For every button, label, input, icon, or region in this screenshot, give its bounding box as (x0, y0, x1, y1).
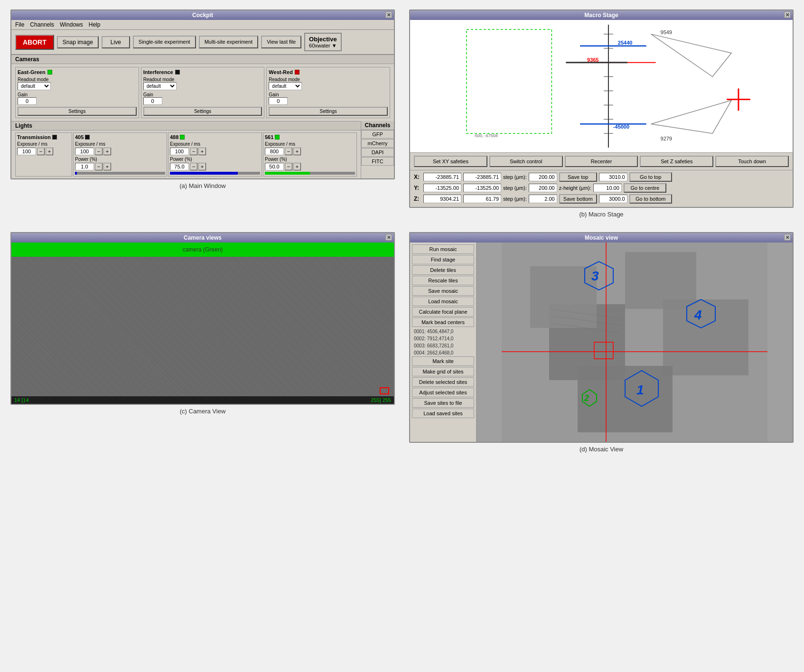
coord-x-step-input[interactable] (529, 173, 557, 181)
light-1-plus-button[interactable]: + (103, 148, 111, 155)
light-1-power-input[interactable] (75, 163, 94, 170)
coord-z-input[interactable] (423, 195, 461, 203)
coord-y-input2[interactable] (463, 184, 501, 192)
menu-windows[interactable]: Windows (60, 21, 83, 28)
light-item-3: 561 Exposure / ms − + Power (%) (263, 132, 357, 177)
light-2-minus-button[interactable]: − (190, 148, 197, 155)
delete-tiles-button[interactable]: Delete tiles (412, 265, 474, 275)
rescale-tiles-button[interactable]: Rescale tiles (412, 276, 474, 285)
cockpit-menu: File Channels Windows Help (11, 20, 394, 30)
recenter-button[interactable]: Recenter (565, 156, 638, 167)
coord-z-input2[interactable] (463, 195, 501, 203)
coord-x-input2[interactable] (463, 173, 501, 181)
camera-0-settings-button[interactable]: Settings (18, 107, 137, 116)
save-top-input[interactable] (599, 173, 627, 181)
multi-site-button[interactable]: Multi-site experiment (199, 36, 258, 48)
delete-selected-sites-button[interactable]: Delete selected sites (412, 377, 474, 387)
light-1-exposure-input[interactable] (75, 148, 94, 155)
menu-channels[interactable]: Channels (30, 21, 54, 28)
channel-mcherry-button[interactable]: mCherry (361, 139, 394, 148)
snap-image-button[interactable]: Snap image (57, 36, 99, 48)
mosaic-view-close-button[interactable]: ✕ (784, 234, 791, 241)
light-item-1: 405 Exposure / ms − + Power (%) (73, 132, 167, 177)
light-2-plus-button[interactable]: + (198, 148, 206, 155)
coord-x-input[interactable] (423, 173, 461, 181)
channel-gfp-button[interactable]: GFP (361, 130, 394, 139)
camera-view-close-button[interactable]: ✕ (385, 234, 392, 241)
coord-z-step-input[interactable] (529, 195, 557, 203)
macro-stage-close-button[interactable]: ✕ (784, 11, 791, 18)
svg-text:25440: 25440 (618, 40, 632, 46)
light-1-power-minus[interactable]: − (95, 163, 103, 170)
light-1-power-bar-container (75, 172, 165, 175)
camera-2-label: West-Red (269, 69, 293, 75)
light-0-minus-button[interactable]: − (37, 148, 45, 155)
adjust-selected-sites-button[interactable]: Adjust selected sites (412, 388, 474, 397)
mark-site-button[interactable]: Mark site (412, 356, 474, 366)
touch-down-button[interactable]: Touch down (715, 156, 789, 167)
menu-help[interactable]: Help (89, 21, 101, 28)
svg-text:3: 3 (591, 269, 599, 283)
view-last-file-button[interactable]: View last file (261, 36, 301, 48)
set-xy-safeties-button[interactable]: Set XY safeties (414, 156, 487, 167)
coord-z-step-label: step (μm): (503, 196, 527, 202)
light-1-power-plus[interactable]: + (103, 163, 111, 170)
load-saved-sites-button[interactable]: Load saved sites (412, 409, 474, 418)
load-mosaic-button[interactable]: Load mosaic (412, 297, 474, 306)
cockpit-close-button[interactable]: ✕ (385, 11, 392, 18)
svg-text:9365: 9365 (587, 57, 598, 63)
calculate-focal-plane-button[interactable]: Calculate focal plane (412, 307, 474, 317)
light-3-exposure-input[interactable] (265, 148, 284, 155)
camera-image-area[interactable]: 14 [14 255] 255 (11, 257, 394, 404)
menu-file[interactable]: File (15, 21, 24, 28)
camera-1-gain-label: Gain (143, 92, 262, 97)
light-3-power-input[interactable] (265, 163, 284, 170)
z-height-input[interactable] (593, 184, 622, 192)
save-bottom-button[interactable]: Save bottom (559, 194, 597, 204)
save-sites-button[interactable]: Save sites to file (412, 398, 474, 408)
svg-marker-15 (651, 34, 731, 77)
save-bottom-input[interactable] (599, 195, 627, 203)
light-0-exposure-input[interactable] (17, 148, 36, 155)
go-to-bottom-button[interactable]: Go to bottom (629, 194, 672, 204)
light-3-minus-button[interactable]: − (285, 148, 292, 155)
mosaic-view-title-bar: Mosaic view ✕ (410, 233, 793, 243)
camera-2-readout-select[interactable]: default (269, 82, 302, 90)
abort-button[interactable]: ABORT (15, 35, 54, 50)
mark-bead-centers-button[interactable]: Mark bead centers (412, 317, 474, 327)
macro-stage-canvas[interactable]: 25440 9549 9365 -45000 9279 -500, -67508 (410, 20, 793, 153)
light-2-power-minus[interactable]: − (190, 163, 197, 170)
make-grid-button[interactable]: Make grid of sites (412, 367, 474, 376)
camera-2-dot (295, 70, 299, 75)
light-0-plus-button[interactable]: + (46, 148, 53, 155)
channel-fitc-button[interactable]: FITC (361, 157, 394, 166)
light-3-plus-button[interactable]: + (293, 148, 301, 155)
find-stage-button[interactable]: Find stage (412, 255, 474, 264)
light-3-power-plus[interactable]: + (293, 163, 301, 170)
camera-2-settings-button[interactable]: Settings (269, 107, 388, 116)
channel-dapi-button[interactable]: DAPI (361, 148, 394, 157)
switch-control-button[interactable]: Switch control (489, 156, 563, 167)
mosaic-view-area[interactable]: 1 2 3 4 (477, 243, 793, 442)
run-mosaic-button[interactable]: Run mosaic (412, 244, 474, 254)
camera-1-readout-select[interactable]: default (143, 82, 177, 90)
go-to-centre-button[interactable]: Go to centre (624, 183, 666, 193)
coord-y-step-input[interactable] (529, 184, 557, 192)
light-2-power-input[interactable] (170, 163, 189, 170)
coord-y-input[interactable] (423, 184, 461, 192)
set-z-safeties-button[interactable]: Set Z safeties (640, 156, 713, 167)
light-1-minus-button[interactable]: − (95, 148, 103, 155)
light-3-power-minus[interactable]: − (285, 163, 292, 170)
light-2-exposure-input[interactable] (170, 148, 189, 155)
objective-value[interactable]: 60xwater ▼ (309, 43, 337, 48)
light-2-power-plus[interactable]: + (198, 163, 206, 170)
go-to-top-button[interactable]: Go to top (629, 172, 672, 182)
camera-1-settings-button[interactable]: Settings (143, 107, 262, 116)
single-site-button[interactable]: Single-site experiment (133, 36, 196, 48)
camera-0-readout-select[interactable]: default (18, 82, 51, 90)
live-button[interactable]: Live (102, 36, 130, 48)
save-top-button[interactable]: Save top (559, 172, 597, 182)
mosaic-image-svg: 1 2 3 4 (477, 243, 793, 442)
objective-label: Objective (309, 36, 337, 43)
save-mosaic-button[interactable]: Save mosaic (412, 286, 474, 296)
